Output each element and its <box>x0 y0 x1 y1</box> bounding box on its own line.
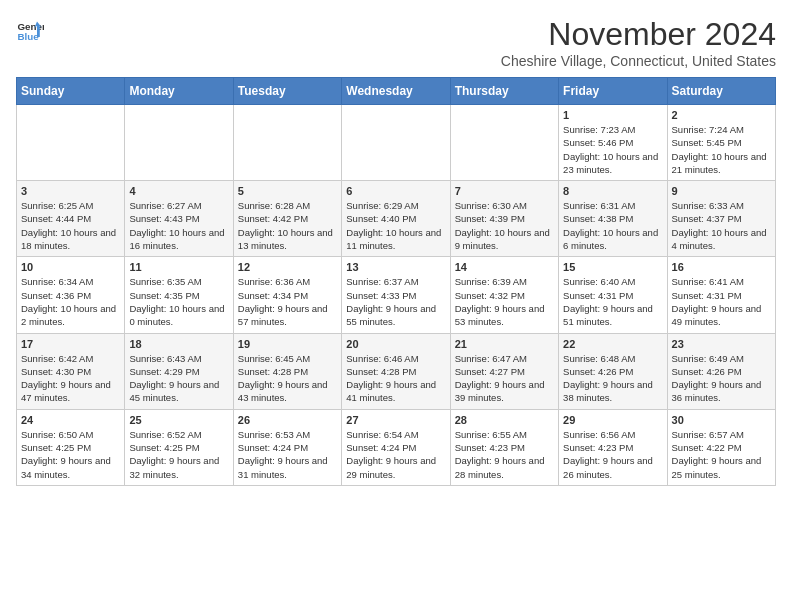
day-number: 18 <box>129 338 228 350</box>
calendar-cell: 20Sunrise: 6:46 AM Sunset: 4:28 PM Dayli… <box>342 333 450 409</box>
day-number: 25 <box>129 414 228 426</box>
day-number: 27 <box>346 414 445 426</box>
logo: General Blue <box>16 16 44 44</box>
day-info: Sunrise: 6:48 AM Sunset: 4:26 PM Dayligh… <box>563 352 662 405</box>
weekday-header-tuesday: Tuesday <box>233 78 341 105</box>
day-number: 10 <box>21 261 120 273</box>
day-number: 14 <box>455 261 554 273</box>
calendar-cell: 17Sunrise: 6:42 AM Sunset: 4:30 PM Dayli… <box>17 333 125 409</box>
day-number: 30 <box>672 414 771 426</box>
calendar-cell: 10Sunrise: 6:34 AM Sunset: 4:36 PM Dayli… <box>17 257 125 333</box>
day-info: Sunrise: 6:27 AM Sunset: 4:43 PM Dayligh… <box>129 199 228 252</box>
day-number: 4 <box>129 185 228 197</box>
calendar-cell: 16Sunrise: 6:41 AM Sunset: 4:31 PM Dayli… <box>667 257 775 333</box>
calendar-cell: 19Sunrise: 6:45 AM Sunset: 4:28 PM Dayli… <box>233 333 341 409</box>
day-number: 24 <box>21 414 120 426</box>
weekday-header-thursday: Thursday <box>450 78 558 105</box>
page-header: General Blue November 2024 Cheshire Vill… <box>16 16 776 69</box>
day-number: 12 <box>238 261 337 273</box>
day-info: Sunrise: 6:33 AM Sunset: 4:37 PM Dayligh… <box>672 199 771 252</box>
day-info: Sunrise: 6:50 AM Sunset: 4:25 PM Dayligh… <box>21 428 120 481</box>
day-info: Sunrise: 6:45 AM Sunset: 4:28 PM Dayligh… <box>238 352 337 405</box>
day-number: 21 <box>455 338 554 350</box>
day-info: Sunrise: 6:31 AM Sunset: 4:38 PM Dayligh… <box>563 199 662 252</box>
day-number: 16 <box>672 261 771 273</box>
weekday-header-sunday: Sunday <box>17 78 125 105</box>
calendar-cell: 13Sunrise: 6:37 AM Sunset: 4:33 PM Dayli… <box>342 257 450 333</box>
day-number: 26 <box>238 414 337 426</box>
title-area: November 2024 Cheshire Village, Connecti… <box>501 16 776 69</box>
calendar-cell: 18Sunrise: 6:43 AM Sunset: 4:29 PM Dayli… <box>125 333 233 409</box>
calendar-cell: 30Sunrise: 6:57 AM Sunset: 4:22 PM Dayli… <box>667 409 775 485</box>
calendar-cell: 8Sunrise: 6:31 AM Sunset: 4:38 PM Daylig… <box>559 181 667 257</box>
day-number: 3 <box>21 185 120 197</box>
day-number: 20 <box>346 338 445 350</box>
week-row-3: 17Sunrise: 6:42 AM Sunset: 4:30 PM Dayli… <box>17 333 776 409</box>
week-row-0: 1Sunrise: 7:23 AM Sunset: 5:46 PM Daylig… <box>17 105 776 181</box>
calendar-cell: 14Sunrise: 6:39 AM Sunset: 4:32 PM Dayli… <box>450 257 558 333</box>
month-title: November 2024 <box>501 16 776 53</box>
calendar-cell: 5Sunrise: 6:28 AM Sunset: 4:42 PM Daylig… <box>233 181 341 257</box>
day-info: Sunrise: 6:43 AM Sunset: 4:29 PM Dayligh… <box>129 352 228 405</box>
weekday-header-row: SundayMondayTuesdayWednesdayThursdayFrid… <box>17 78 776 105</box>
calendar-cell: 9Sunrise: 6:33 AM Sunset: 4:37 PM Daylig… <box>667 181 775 257</box>
day-info: Sunrise: 6:29 AM Sunset: 4:40 PM Dayligh… <box>346 199 445 252</box>
day-number: 13 <box>346 261 445 273</box>
day-info: Sunrise: 6:46 AM Sunset: 4:28 PM Dayligh… <box>346 352 445 405</box>
day-info: Sunrise: 6:42 AM Sunset: 4:30 PM Dayligh… <box>21 352 120 405</box>
day-number: 23 <box>672 338 771 350</box>
weekday-header-saturday: Saturday <box>667 78 775 105</box>
day-number: 28 <box>455 414 554 426</box>
day-number: 8 <box>563 185 662 197</box>
day-info: Sunrise: 6:49 AM Sunset: 4:26 PM Dayligh… <box>672 352 771 405</box>
calendar-cell: 21Sunrise: 6:47 AM Sunset: 4:27 PM Dayli… <box>450 333 558 409</box>
day-info: Sunrise: 6:57 AM Sunset: 4:22 PM Dayligh… <box>672 428 771 481</box>
day-info: Sunrise: 6:52 AM Sunset: 4:25 PM Dayligh… <box>129 428 228 481</box>
calendar-cell: 23Sunrise: 6:49 AM Sunset: 4:26 PM Dayli… <box>667 333 775 409</box>
week-row-4: 24Sunrise: 6:50 AM Sunset: 4:25 PM Dayli… <box>17 409 776 485</box>
calendar-cell: 4Sunrise: 6:27 AM Sunset: 4:43 PM Daylig… <box>125 181 233 257</box>
svg-text:Blue: Blue <box>17 31 39 42</box>
day-info: Sunrise: 6:47 AM Sunset: 4:27 PM Dayligh… <box>455 352 554 405</box>
weekday-header-friday: Friday <box>559 78 667 105</box>
calendar-cell: 6Sunrise: 6:29 AM Sunset: 4:40 PM Daylig… <box>342 181 450 257</box>
week-row-1: 3Sunrise: 6:25 AM Sunset: 4:44 PM Daylig… <box>17 181 776 257</box>
calendar-cell: 12Sunrise: 6:36 AM Sunset: 4:34 PM Dayli… <box>233 257 341 333</box>
day-info: Sunrise: 7:24 AM Sunset: 5:45 PM Dayligh… <box>672 123 771 176</box>
day-info: Sunrise: 6:35 AM Sunset: 4:35 PM Dayligh… <box>129 275 228 328</box>
day-info: Sunrise: 6:53 AM Sunset: 4:24 PM Dayligh… <box>238 428 337 481</box>
calendar-cell: 26Sunrise: 6:53 AM Sunset: 4:24 PM Dayli… <box>233 409 341 485</box>
logo-icon: General Blue <box>16 16 44 44</box>
day-number: 6 <box>346 185 445 197</box>
day-info: Sunrise: 6:28 AM Sunset: 4:42 PM Dayligh… <box>238 199 337 252</box>
day-info: Sunrise: 6:54 AM Sunset: 4:24 PM Dayligh… <box>346 428 445 481</box>
calendar-cell <box>342 105 450 181</box>
day-info: Sunrise: 7:23 AM Sunset: 5:46 PM Dayligh… <box>563 123 662 176</box>
calendar-cell: 28Sunrise: 6:55 AM Sunset: 4:23 PM Dayli… <box>450 409 558 485</box>
day-number: 2 <box>672 109 771 121</box>
calendar-cell <box>450 105 558 181</box>
calendar-cell: 24Sunrise: 6:50 AM Sunset: 4:25 PM Dayli… <box>17 409 125 485</box>
day-number: 17 <box>21 338 120 350</box>
day-number: 29 <box>563 414 662 426</box>
calendar-cell: 3Sunrise: 6:25 AM Sunset: 4:44 PM Daylig… <box>17 181 125 257</box>
day-number: 15 <box>563 261 662 273</box>
day-info: Sunrise: 6:55 AM Sunset: 4:23 PM Dayligh… <box>455 428 554 481</box>
day-info: Sunrise: 6:56 AM Sunset: 4:23 PM Dayligh… <box>563 428 662 481</box>
calendar: SundayMondayTuesdayWednesdayThursdayFrid… <box>16 77 776 486</box>
calendar-cell: 22Sunrise: 6:48 AM Sunset: 4:26 PM Dayli… <box>559 333 667 409</box>
day-number: 22 <box>563 338 662 350</box>
calendar-cell: 2Sunrise: 7:24 AM Sunset: 5:45 PM Daylig… <box>667 105 775 181</box>
day-number: 11 <box>129 261 228 273</box>
calendar-cell: 11Sunrise: 6:35 AM Sunset: 4:35 PM Dayli… <box>125 257 233 333</box>
calendar-cell <box>233 105 341 181</box>
day-info: Sunrise: 6:30 AM Sunset: 4:39 PM Dayligh… <box>455 199 554 252</box>
day-info: Sunrise: 6:34 AM Sunset: 4:36 PM Dayligh… <box>21 275 120 328</box>
day-info: Sunrise: 6:40 AM Sunset: 4:31 PM Dayligh… <box>563 275 662 328</box>
weekday-header-monday: Monday <box>125 78 233 105</box>
calendar-cell: 15Sunrise: 6:40 AM Sunset: 4:31 PM Dayli… <box>559 257 667 333</box>
day-info: Sunrise: 6:25 AM Sunset: 4:44 PM Dayligh… <box>21 199 120 252</box>
day-number: 1 <box>563 109 662 121</box>
day-number: 5 <box>238 185 337 197</box>
day-info: Sunrise: 6:37 AM Sunset: 4:33 PM Dayligh… <box>346 275 445 328</box>
